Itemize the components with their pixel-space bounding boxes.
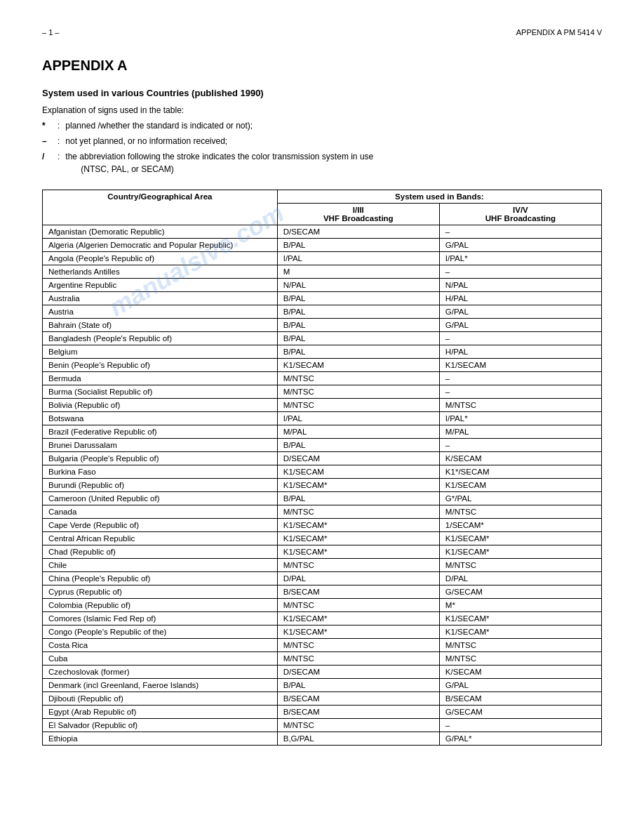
- table-row: Brunei DarussalamB/PAL–: [43, 439, 602, 452]
- cell-uhf: –: [439, 439, 601, 452]
- table-row: Bolivia (Republic of)M/NTSCM/NTSC: [43, 399, 602, 412]
- table-row: BelgiumB/PALH/PAL: [43, 345, 602, 359]
- cell-country: Congo (People's Republic of the): [43, 626, 278, 639]
- cell-country: Botswana: [43, 412, 278, 425]
- cell-uhf: M/NTSC: [439, 399, 601, 412]
- table-row: Netherlands AntillesM–: [43, 265, 602, 279]
- page-header-right: APPENDIX A PM 5414 V: [516, 28, 602, 37]
- cell-vhf: D/SECAM: [277, 452, 439, 465]
- cell-uhf: G/PAL: [439, 239, 601, 252]
- table-row: Burkina FasoK1/SECAMK1*/SECAM: [43, 465, 602, 479]
- table-row: Burma (Socialist Republic of)M/NTSC–: [43, 385, 602, 399]
- legend-desc-star: planned /whether the standard is indicat…: [65, 119, 602, 132]
- legend-list: * : planned /whether the standard is ind…: [42, 119, 602, 176]
- cell-vhf: B,G/PAL: [277, 732, 439, 746]
- cell-country: Belgium: [43, 345, 278, 359]
- table-row: Angola (People's Republic of)I/PALI/PAL*: [43, 252, 602, 265]
- cell-vhf: B/PAL: [277, 292, 439, 305]
- table-row: Denmark (incl Greenland, Faeroe Islands)…: [43, 679, 602, 692]
- th-system-group: System used in Bands:: [277, 190, 601, 204]
- cell-vhf: M/NTSC: [277, 385, 439, 399]
- cell-uhf: M/NTSC: [439, 559, 601, 572]
- table-row: Bulgaria (People's Republic of)D/SECAMK/…: [43, 452, 602, 465]
- th-uhf-label: IV/V: [513, 206, 528, 214]
- cell-vhf: B/SECAM: [277, 706, 439, 719]
- cell-uhf: I/PAL*: [439, 412, 601, 425]
- th-uhf: IV/V UHF Broadcasting: [439, 204, 601, 225]
- legend-item-dash: – : not yet planned, or no information r…: [42, 135, 602, 147]
- cell-vhf: B/PAL: [277, 439, 439, 452]
- cell-vhf: K1/SECAM*: [277, 532, 439, 545]
- cell-country: Cuba: [43, 652, 278, 666]
- cell-vhf: D/SECAM: [277, 666, 439, 679]
- cell-uhf: –: [439, 265, 601, 279]
- cell-uhf: –: [439, 225, 601, 239]
- table-row: AustraliaB/PALH/PAL: [43, 292, 602, 305]
- table-row: Burundi (Republic of)K1/SECAM*K1/SECAM: [43, 479, 602, 492]
- cell-country: Netherlands Antilles: [43, 265, 278, 279]
- cell-vhf: B/SECAM: [277, 585, 439, 599]
- legend-symbol-dash: –: [42, 135, 55, 147]
- cell-uhf: I/PAL*: [439, 252, 601, 265]
- table-row: Costa RicaM/NTSCM/NTSC: [43, 639, 602, 652]
- table-row: Bahrain (State of)B/PALG/PAL: [43, 319, 602, 332]
- cell-uhf: G/PAL*: [439, 732, 601, 746]
- cell-uhf: K1/SECAM: [439, 479, 601, 492]
- section-title: System used in various Countries (publis…: [42, 88, 602, 98]
- cell-vhf: B/PAL: [277, 679, 439, 692]
- cell-uhf: K1/SECAM: [439, 359, 601, 372]
- cell-vhf: B/PAL: [277, 239, 439, 252]
- cell-vhf: I/PAL: [277, 412, 439, 425]
- data-table: Country/Geographical Area System used in…: [42, 190, 602, 746]
- cell-vhf: M/NTSC: [277, 372, 439, 385]
- table-row: Argentine RepublicN/PALN/PAL: [43, 279, 602, 292]
- table-row: Congo (People's Republic of the)K1/SECAM…: [43, 626, 602, 639]
- cell-uhf: N/PAL: [439, 279, 601, 292]
- cell-uhf: –: [439, 385, 601, 399]
- table-row: Cyprus (Republic of)B/SECAMG/SECAM: [43, 585, 602, 599]
- cell-vhf: M: [277, 265, 439, 279]
- cell-country: Brunei Darussalam: [43, 439, 278, 452]
- table-row: Afganistan (Demoratic Republic)D/SECAM–: [43, 225, 602, 239]
- cell-uhf: K/SECAM: [439, 452, 601, 465]
- table-row: BotswanaI/PALI/PAL*: [43, 412, 602, 425]
- th-vhf-label: I/III: [353, 206, 364, 214]
- cell-vhf: M/NTSC: [277, 652, 439, 666]
- table-row: Brazil (Federative Republic of)M/PALM/PA…: [43, 425, 602, 439]
- th-vhf-sub: VHF Broadcasting: [323, 214, 394, 223]
- cell-uhf: B/SECAM: [439, 692, 601, 706]
- table-row: Comores (Islamic Fed Rep of)K1/SECAM*K1/…: [43, 612, 602, 626]
- cell-country: Angola (People's Republic of): [43, 252, 278, 265]
- cell-country: Benin (People's Republic of): [43, 359, 278, 372]
- cell-country: Cameroon (United Republic of): [43, 492, 278, 505]
- cell-vhf: K1/SECAM: [277, 465, 439, 479]
- cell-vhf: M/NTSC: [277, 399, 439, 412]
- cell-uhf: G/SECAM: [439, 585, 601, 599]
- th-vhf: I/III VHF Broadcasting: [277, 204, 439, 225]
- table-row: BermudaM/NTSC–: [43, 372, 602, 385]
- cell-vhf: I/PAL: [277, 252, 439, 265]
- cell-vhf: B/PAL: [277, 332, 439, 345]
- cell-country: Colombia (Republic of): [43, 599, 278, 612]
- legend-desc-dash: not yet planned, or no information recei…: [65, 135, 602, 147]
- cell-vhf: K1/SECAM: [277, 359, 439, 372]
- cell-country: Egypt (Arab Republic of): [43, 706, 278, 719]
- cell-uhf: –: [439, 332, 601, 345]
- cell-country: Czechoslovak (former): [43, 666, 278, 679]
- cell-country: Djibouti (Republic of): [43, 692, 278, 706]
- cell-country: China (People's Republic of): [43, 572, 278, 585]
- table-row: EthiopiaB,G/PALG/PAL*: [43, 732, 602, 746]
- cell-country: Bermuda: [43, 372, 278, 385]
- cell-uhf: M*: [439, 599, 601, 612]
- table-row: El Salvador (Republic of)M/NTSC–: [43, 719, 602, 732]
- cell-country: Bolivia (Republic of): [43, 399, 278, 412]
- cell-uhf: D/PAL: [439, 572, 601, 585]
- table-row: CubaM/NTSCM/NTSC: [43, 652, 602, 666]
- cell-country: Central African Republic: [43, 532, 278, 545]
- appendix-title: APPENDIX A: [42, 58, 602, 74]
- cell-uhf: H/PAL: [439, 292, 601, 305]
- cell-uhf: –: [439, 372, 601, 385]
- table-row: AustriaB/PALG/PAL: [43, 305, 602, 319]
- cell-uhf: M/NTSC: [439, 505, 601, 519]
- cell-country: Chad (Republic of): [43, 545, 278, 559]
